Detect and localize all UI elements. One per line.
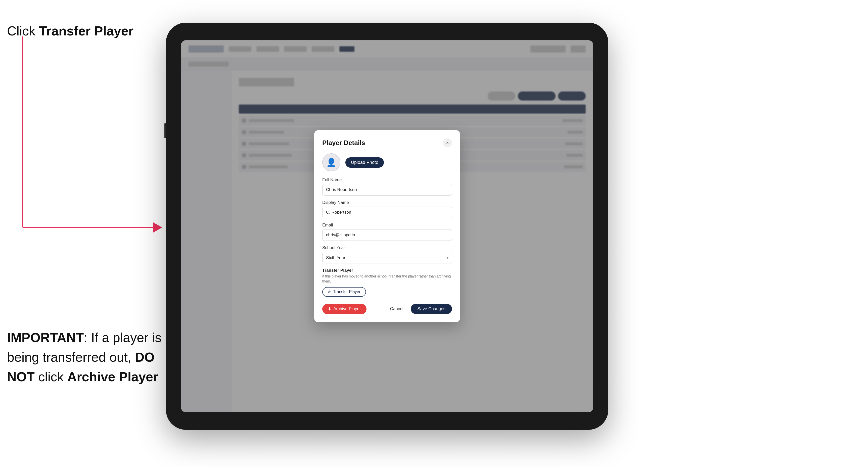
transfer-player-description: If this player has moved to another scho…: [322, 274, 452, 284]
modal-close-button[interactable]: ×: [443, 138, 452, 147]
archive-icon: ⬇: [328, 306, 331, 312]
avatar: 👤: [322, 153, 340, 172]
footer-right-actions: Cancel Save Changes: [386, 304, 452, 314]
display-name-label: Display Name: [322, 200, 452, 205]
display-name-group: Display Name: [322, 200, 452, 218]
tablet-device: Player Details × 👤 Upload Photo Full Nam…: [166, 23, 608, 430]
display-name-input[interactable]: [322, 207, 452, 218]
svg-marker-2: [153, 222, 162, 232]
school-year-select-wrapper: First Year Second Year Third Year Fourth…: [322, 252, 452, 263]
modal-title: Player Details: [322, 139, 365, 147]
instruction-bottom: IMPORTANT: If a player is being transfer…: [7, 328, 163, 386]
upload-photo-button[interactable]: Upload Photo: [345, 157, 384, 168]
avatar-row: 👤 Upload Photo: [322, 153, 452, 172]
email-group: Email: [322, 223, 452, 241]
full-name-group: Full Name: [322, 178, 452, 195]
full-name-label: Full Name: [322, 178, 452, 183]
archive-player-button[interactable]: ⬇ Archive Player: [322, 304, 367, 314]
save-changes-button[interactable]: Save Changes: [411, 304, 452, 314]
school-year-select[interactable]: First Year Second Year Third Year Fourth…: [322, 252, 452, 263]
transfer-player-button[interactable]: ⟳ Transfer Player: [322, 287, 366, 297]
modal-overlay: Player Details × 👤 Upload Photo Full Nam…: [181, 40, 593, 412]
modal-header: Player Details ×: [322, 138, 452, 147]
player-details-modal: Player Details × 👤 Upload Photo Full Nam…: [314, 130, 460, 322]
email-input[interactable]: [322, 229, 452, 241]
email-label: Email: [322, 223, 452, 228]
transfer-player-section: Transfer Player If this player has moved…: [322, 268, 452, 297]
tablet-screen: Player Details × 👤 Upload Photo Full Nam…: [181, 40, 593, 412]
school-year-group: School Year First Year Second Year Third…: [322, 245, 452, 263]
cancel-button[interactable]: Cancel: [386, 304, 407, 314]
instruction-top: Click Transfer Player: [7, 23, 133, 40]
school-year-label: School Year: [322, 245, 452, 250]
annotation-arrow: [11, 36, 165, 255]
user-icon: 👤: [326, 158, 336, 167]
refresh-icon: ⟳: [328, 289, 331, 294]
full-name-input[interactable]: [322, 184, 452, 195]
modal-footer: ⬇ Archive Player Cancel Save Changes: [322, 302, 452, 314]
tablet-side-button: [164, 123, 166, 138]
transfer-player-label: Transfer Player: [322, 268, 452, 273]
